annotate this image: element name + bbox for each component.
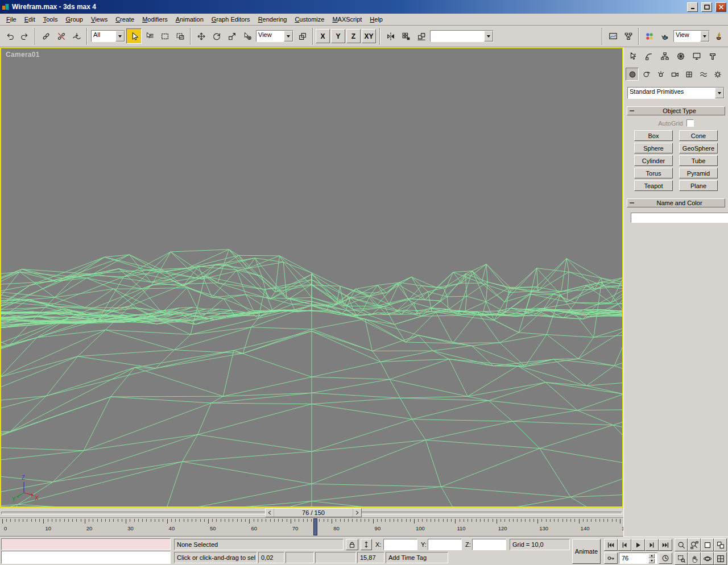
quick-render-button[interactable] xyxy=(711,28,726,44)
trackbar-ruler[interactable]: 0102030405060708090100110120130140150 xyxy=(0,518,623,536)
subtab-lights[interactable] xyxy=(654,68,667,81)
menu-item-group[interactable]: Group xyxy=(61,14,87,24)
select-object-button[interactable] xyxy=(126,28,142,44)
close-button[interactable] xyxy=(715,2,726,12)
menu-item-tools[interactable]: Tools xyxy=(39,14,62,24)
schematic-view-button[interactable] xyxy=(621,28,636,44)
subtab-helpers[interactable] xyxy=(682,68,696,81)
object-name-input[interactable] xyxy=(631,213,728,223)
frame-spin-up-button[interactable] xyxy=(648,554,655,558)
tab-display[interactable] xyxy=(690,50,703,63)
animate-button[interactable]: Animate xyxy=(572,539,601,564)
select-and-move-button[interactable] xyxy=(193,28,209,44)
menu-item-file[interactable]: File xyxy=(2,14,20,24)
play-animation-button[interactable] xyxy=(631,539,645,551)
select-by-name-button[interactable] xyxy=(142,28,157,44)
previous-frame-slider-button[interactable] xyxy=(266,509,274,517)
arc-rotate-button[interactable] xyxy=(701,552,714,565)
tab-create[interactable] xyxy=(627,50,639,63)
menu-item-rendering[interactable]: Rendering xyxy=(254,14,291,24)
camera-viewport[interactable]: Camera01 Z X Y xyxy=(0,47,623,508)
tab-hierarchy[interactable] xyxy=(659,50,671,63)
zoom-extents-all-button[interactable] xyxy=(714,538,727,551)
mirror-button[interactable] xyxy=(383,28,398,44)
menu-item-help[interactable]: Help xyxy=(366,14,387,24)
object-button-cone[interactable]: Cone xyxy=(679,130,718,141)
maxscript-listener-field[interactable] xyxy=(1,551,171,564)
z-coordinate-field[interactable] xyxy=(472,539,506,550)
unlink-selection-button[interactable] xyxy=(53,28,69,44)
object-button-sphere[interactable]: Sphere xyxy=(634,143,673,153)
go-to-end-button[interactable] xyxy=(659,539,672,551)
menu-item-create[interactable]: Create xyxy=(111,14,138,24)
select-and-link-button[interactable] xyxy=(38,28,53,44)
x-coordinate-field[interactable] xyxy=(383,539,417,550)
coordinate-system-dropdown[interactable]: View xyxy=(256,30,293,42)
zoom-all-button[interactable] xyxy=(688,538,701,551)
object-button-pyramid[interactable]: Pyramid xyxy=(679,168,718,178)
render-scene-button[interactable] xyxy=(657,28,672,44)
min-max-toggle-button[interactable] xyxy=(714,552,727,565)
material-editor-button[interactable] xyxy=(642,28,657,44)
object-button-torus[interactable]: Torus xyxy=(634,168,673,178)
category-dropdown[interactable]: Standard Primitives xyxy=(627,87,725,99)
object-button-tube[interactable]: Tube xyxy=(679,155,718,166)
zoom-button[interactable] xyxy=(675,538,688,551)
select-and-manipulate-button[interactable] xyxy=(239,28,255,44)
undo-button[interactable] xyxy=(2,28,17,44)
select-and-scale-button[interactable] xyxy=(224,28,239,44)
go-to-start-button[interactable] xyxy=(604,539,618,551)
subtab-geometry[interactable] xyxy=(626,68,639,81)
named-selection-sets-dropdown[interactable] xyxy=(430,30,494,42)
window-crossing-button[interactable] xyxy=(172,28,188,44)
time-slider-handle[interactable]: 76 / 150 xyxy=(265,508,362,517)
object-button-geosphere[interactable]: GeoSphere xyxy=(679,143,718,153)
next-frame-button[interactable] xyxy=(645,539,659,551)
menu-item-edit[interactable]: Edit xyxy=(20,14,39,24)
region-zoom-button[interactable] xyxy=(675,552,688,565)
dropdown-button[interactable] xyxy=(284,31,293,41)
add-time-tag-field[interactable]: Add Time Tag xyxy=(386,552,448,563)
key-mode-toggle-button[interactable] xyxy=(604,552,618,564)
terrain-canvas[interactable] xyxy=(1,48,622,506)
absolute-offset-toggle-button[interactable] xyxy=(361,539,372,550)
redo-button[interactable] xyxy=(17,28,32,44)
previous-frame-button[interactable] xyxy=(618,539,631,551)
subtab-shapes[interactable] xyxy=(640,68,653,81)
select-and-rotate-button[interactable] xyxy=(209,28,224,44)
name-and-color-rollout-header[interactable]: Name and Color xyxy=(627,198,725,207)
maximize-button[interactable] xyxy=(701,2,712,12)
align-button[interactable] xyxy=(413,28,429,44)
macro-recorder-field[interactable] xyxy=(1,538,171,550)
object-button-box[interactable]: Box xyxy=(634,130,673,141)
minimize-button[interactable] xyxy=(687,2,698,12)
restrict-xy-plane-button[interactable]: XY xyxy=(362,29,376,43)
y-coordinate-field[interactable] xyxy=(428,539,462,550)
restrict-z-button[interactable]: Z xyxy=(346,29,361,43)
current-frame-field[interactable]: 76 xyxy=(619,552,657,564)
viewport-label[interactable]: Camera01 xyxy=(6,51,40,59)
rectangular-selection-button[interactable] xyxy=(157,28,172,44)
menu-item-graph-editors[interactable]: Graph Editors xyxy=(208,14,254,24)
tab-modify[interactable] xyxy=(643,50,655,63)
menu-item-customize[interactable]: Customize xyxy=(291,14,328,24)
render-type-dropdown[interactable]: View xyxy=(673,30,710,42)
tab-motion[interactable] xyxy=(675,50,687,63)
autogrid-checkbox[interactable] xyxy=(686,119,694,127)
menu-item-modifiers[interactable]: Modifiers xyxy=(138,14,172,24)
selection-lock-button[interactable] xyxy=(346,539,358,550)
restrict-y-button[interactable]: Y xyxy=(331,29,345,43)
pan-button[interactable] xyxy=(688,552,701,565)
current-frame-marker[interactable] xyxy=(313,518,317,535)
menu-item-animation[interactable]: Animation xyxy=(172,14,208,24)
object-type-rollout-header[interactable]: Object Type xyxy=(627,106,725,115)
use-pivot-center-button[interactable] xyxy=(295,28,310,44)
time-configuration-button[interactable] xyxy=(659,552,672,564)
menu-item-views[interactable]: Views xyxy=(87,14,111,24)
object-button-plane[interactable]: Plane xyxy=(679,180,718,191)
restrict-x-button[interactable]: X xyxy=(316,29,330,43)
track-view-button[interactable] xyxy=(605,28,621,44)
dropdown-button[interactable] xyxy=(715,88,724,98)
array-button[interactable] xyxy=(398,28,413,44)
dropdown-button[interactable] xyxy=(484,31,493,41)
